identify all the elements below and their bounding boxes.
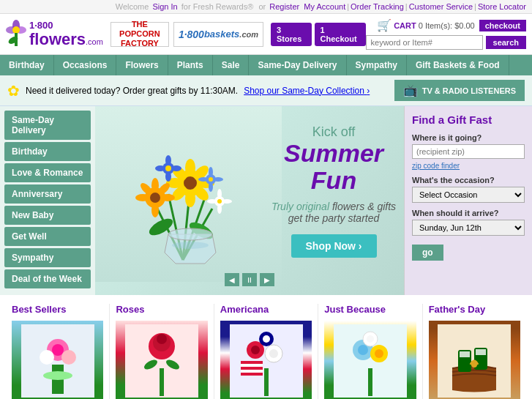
svg-point-16	[185, 159, 195, 176]
or-text: or	[258, 2, 266, 11]
nav-item-sameday[interactable]: Same-Day Delivery	[249, 55, 346, 75]
sidebar-item-anniversary[interactable]: Anniversary	[4, 184, 91, 204]
register-link[interactable]: Register	[269, 2, 299, 11]
hero-pause-button[interactable]: ⏸	[242, 273, 257, 286]
search-input[interactable]	[366, 35, 483, 50]
cart-items: 0 Item(s):	[419, 21, 452, 30]
hero-flower-image	[95, 106, 282, 295]
product-categories: Best Sellers Rose and Lily Cube Bouquet …	[6, 304, 526, 399]
category-americana: Americana The American Dream Bouque	[214, 304, 318, 399]
nav-item-giftbaskets[interactable]: Gift Baskets & Food	[407, 55, 509, 75]
sidebar-item-sameday[interactable]: Same-Day Delivery	[4, 111, 91, 140]
svg-point-3	[12, 26, 20, 34]
sidebar-item-deal[interactable]: Deal of the Week	[4, 269, 91, 288]
sidebar-item-newbaby[interactable]: New Baby	[4, 206, 91, 225]
arrive-select[interactable]: Sunday, Jun 12th	[412, 220, 525, 236]
svg-point-17	[185, 190, 195, 207]
occasion-select[interactable]: Select Occasion Birthday Anniversary Jus…	[412, 187, 525, 203]
where-label: Where is it going?	[412, 133, 525, 142]
main-content: Same-Day Delivery Birthday Love & Romanc…	[0, 106, 532, 295]
promo-link[interactable]: Shop our Same-Day Collection ›	[244, 86, 370, 96]
checkout-badge[interactable]: 1 Checkout	[315, 23, 366, 46]
customer-service-link[interactable]: Customer Service	[409, 2, 473, 11]
sidebar-item-birthday[interactable]: Birthday	[4, 142, 91, 161]
hero-subtitle: Truly original flowers & gifts get the p…	[271, 201, 397, 224]
go-button[interactable]: go	[412, 245, 443, 261]
svg-point-25	[150, 193, 160, 203]
roses-svg	[125, 324, 198, 398]
nav-item-birthday[interactable]: Birthday	[0, 55, 54, 75]
svg-point-37	[171, 165, 181, 171]
svg-point-26	[151, 178, 159, 193]
nav-item-sympathy[interactable]: Sympathy	[347, 55, 407, 75]
order-tracking-link[interactable]: Order Tracking	[351, 2, 404, 11]
stores-badge[interactable]: 3 Stores	[271, 23, 312, 46]
occasion-label: What's the occasion?	[412, 176, 525, 184]
svg-point-28	[135, 194, 150, 201]
hero-text: Kick off Summer Fun Truly original flowe…	[271, 124, 397, 258]
svg-point-49	[222, 199, 232, 204]
product-img-bestsellers[interactable]	[12, 321, 103, 399]
hero-prev-button[interactable]: ◀	[225, 273, 239, 286]
store-locator-link[interactable]: Store Locator	[478, 2, 526, 11]
category-title-bestsellers: Best Sellers	[12, 304, 103, 315]
product-section: Best Sellers Rose and Lily Cube Bouquet …	[0, 295, 532, 399]
svg-point-36	[155, 165, 165, 171]
bestsellers-flower-svg	[21, 324, 94, 398]
cart-icon-wrap: 🛒 CART 0 Item(s): $0.00	[377, 18, 475, 32]
americana-svg	[230, 324, 303, 398]
nav-item-plants[interactable]: Plants	[168, 55, 213, 75]
sidebar-item-getwell[interactable]: Get Well	[4, 227, 91, 246]
cart-label: CART	[394, 21, 416, 30]
nav-item-sale[interactable]: Sale	[213, 55, 250, 75]
sidebar-item-romance[interactable]: Love & Romance	[4, 163, 91, 182]
product-img-justbecause[interactable]	[324, 321, 416, 399]
tv-radio-button[interactable]: 📺 TV & RADIO LISTENERS	[394, 80, 525, 101]
svg-point-90	[471, 362, 477, 368]
promo-link-text: Shop our Same-Day Collection	[244, 86, 364, 96]
promo-bar: ✿ Need it delivered today? Order great g…	[0, 75, 532, 106]
svg-point-27	[151, 203, 159, 217]
checkout-button[interactable]: checkout	[479, 20, 526, 31]
product-img-fathersday[interactable]	[429, 321, 520, 399]
nav-item-flowers[interactable]: Flowers	[116, 55, 168, 75]
search-area: search	[366, 35, 526, 50]
svg-point-73	[263, 335, 270, 343]
for-rewards-text: for Fresh Rewards®	[181, 2, 254, 11]
hero-next-button[interactable]: ▶	[260, 273, 274, 286]
logo-flowers-text: flowers	[29, 31, 86, 48]
search-button[interactable]: search	[486, 36, 526, 49]
promo-arrow: ›	[367, 86, 370, 96]
category-roses: Roses Rose Elegance™ Premium Stem Roses	[110, 304, 214, 399]
shop-now-button[interactable]: Shop Now ›	[291, 234, 377, 258]
sidebar-item-sympathy[interactable]: Sympathy	[4, 248, 91, 267]
product-img-americana[interactable]	[220, 321, 312, 399]
flower-logo-icon	[6, 20, 26, 49]
svg-point-50	[168, 228, 212, 240]
svg-point-55	[52, 344, 64, 356]
nav-item-occasions[interactable]: Occasions	[54, 55, 117, 75]
tv-radio-label: TV & RADIO LISTENERS	[422, 86, 516, 95]
svg-point-47	[217, 204, 222, 214]
popcorn-factory-logo[interactable]: THE POPCORN FACTORY	[110, 22, 169, 47]
category-title-roses: Roses	[116, 304, 207, 315]
svg-point-40	[209, 167, 213, 177]
logo[interactable]: 1·800 flowers .com	[6, 20, 103, 49]
category-title-americana: Americana	[220, 304, 312, 315]
svg-point-35	[165, 171, 171, 182]
category-bestsellers: Best Sellers Rose and Lily Cube Bouquet …	[6, 304, 110, 399]
recipient-zip-input[interactable]	[412, 144, 525, 159]
logo-com-text: .com	[86, 37, 103, 46]
svg-rect-76	[241, 370, 263, 373]
cart-area: 🛒 CART 0 Item(s): $0.00 checkout	[377, 18, 526, 32]
zip-finder-link[interactable]: zip code finder	[412, 162, 525, 170]
gift-fast-title: Find a Gift Fast	[412, 113, 525, 126]
baskets-logo[interactable]: 1·800 baskets .com	[173, 22, 263, 47]
svg-point-46	[217, 189, 222, 199]
cart-icon: 🛒	[377, 18, 391, 32]
signin-link[interactable]: Sign In	[152, 2, 177, 11]
product-img-roses[interactable]	[116, 321, 207, 399]
svg-point-29	[160, 194, 175, 201]
hero-subtitle-em: Truly original	[271, 201, 329, 212]
my-account-link[interactable]: My Account	[304, 2, 345, 11]
